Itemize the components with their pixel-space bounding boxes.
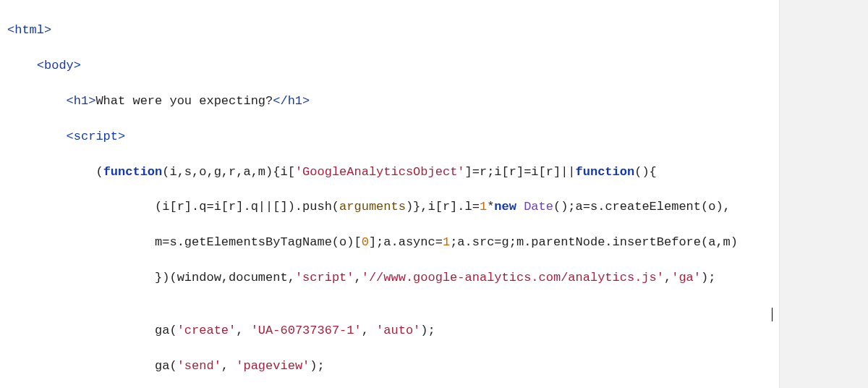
code-token: </h1>: [273, 94, 310, 108]
code-token: );: [420, 324, 435, 337]
code-token: function: [576, 165, 635, 179]
code-token: 'script': [295, 271, 354, 284]
code-token: ,: [236, 324, 250, 337]
right-gutter: [779, 0, 868, 388]
code-token: (: [7, 165, 103, 179]
code-token: *: [487, 200, 494, 214]
code-token: 'UA-60737367-1': [251, 324, 362, 337]
code-token: 'send': [177, 359, 221, 373]
code-token: 'auto': [376, 324, 420, 337]
code-token: (i,s,o,g,r,a,m){i[: [162, 165, 295, 179]
code-token: function: [103, 165, 163, 179]
code-token: ();a=s.createElement(o),: [553, 200, 731, 214]
code-token: ;a.src=g;m.parentNode.insertBefore(a,m): [450, 235, 738, 249]
code-token: 0: [362, 235, 369, 249]
code-token: 'pageview': [236, 359, 310, 373]
code-token: new: [494, 200, 516, 214]
code-token: arguments: [339, 200, 406, 214]
code-token: ,: [664, 271, 671, 284]
code-token: [516, 200, 524, 214]
code-token: ,: [354, 271, 362, 284]
code-token: ]=r;i[r]=i[r]||: [465, 165, 576, 179]
code-token: (){: [634, 165, 657, 179]
code-token: ,: [362, 324, 376, 337]
code-token: ga(: [7, 324, 177, 337]
code-token: (i[r].q=i[r].q||[]).push(: [7, 200, 339, 214]
code-token: Date: [524, 200, 553, 214]
code-token: <html>: [7, 23, 51, 37]
code-token: 'GoogleAnalyticsObject': [295, 165, 465, 179]
code-token: 'create': [177, 324, 237, 337]
code-token: <script>: [7, 130, 125, 143]
code-token: );: [310, 359, 324, 373]
code-token: ];a.async=: [369, 235, 443, 249]
code-token: <body>: [7, 59, 81, 72]
code-token: 1: [480, 200, 487, 214]
code-token: 1: [443, 235, 450, 249]
code-token: })(window,document,: [7, 271, 295, 284]
text-caret: [772, 308, 773, 321]
code-token: What were you expecting?: [95, 94, 273, 108]
code-token: ,: [221, 359, 236, 373]
code-token: )},i[r].l=: [406, 200, 480, 214]
code-editor[interactable]: <html> <body> <h1>What were you expectin…: [0, 0, 779, 388]
code-token: );: [701, 271, 715, 284]
code-token: 'ga': [671, 271, 701, 284]
code-token: <h1>: [7, 94, 95, 108]
code-token: m=s.getElementsByTagName(o)[: [7, 235, 362, 249]
code-token: '//www.google-analytics.com/analytics.js…: [362, 271, 664, 284]
code-token: ga(: [7, 359, 177, 373]
